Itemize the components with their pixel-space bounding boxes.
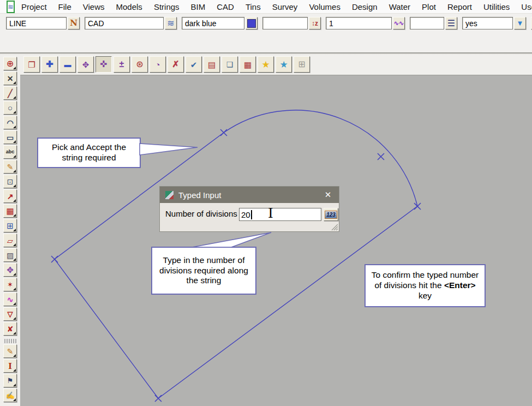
numpad-button[interactable]: 123	[324, 208, 338, 221]
grid-view-button[interactable]: ▦	[240, 56, 256, 73]
move-button[interactable]: ✥	[3, 263, 17, 277]
colour-button[interactable]	[246, 17, 258, 29]
polygon-button[interactable]: ▱	[3, 234, 17, 247]
twelve-d-model-logo-icon: ≋	[7, 1, 15, 13]
zoom-mode-icon: ±	[119, 60, 124, 69]
clean-icon: ✔	[190, 61, 198, 69]
menu-item-water[interactable]: Water	[389, 2, 410, 11]
resize-grip[interactable]	[330, 223, 338, 230]
edit-points-button[interactable]: ✎	[3, 160, 17, 174]
colour-field[interactable]: dark blue	[182, 17, 244, 29]
weight-field[interactable]: 1	[326, 17, 392, 29]
copy-view-button[interactable]: ❏	[222, 56, 238, 73]
star-blue-button[interactable]: ★	[276, 56, 292, 73]
copy-view-icon: ❏	[226, 61, 234, 68]
close-polygon-icon: ▽	[8, 311, 13, 318]
menu-item-tins[interactable]: Tins	[246, 2, 261, 11]
numpad-123-icon: 123	[325, 211, 337, 219]
circle-button[interactable]: ○	[3, 101, 17, 115]
menu-item-user[interactable]: User	[521, 2, 532, 11]
menu-item-utilities[interactable]: Utilities	[483, 2, 510, 11]
interface-button[interactable]: I	[3, 359, 17, 373]
linestyle-button[interactable]: ☰	[445, 17, 457, 29]
model-button[interactable]: ≋	[165, 17, 177, 29]
linestyle-choice-icon: ☰	[447, 19, 455, 28]
drawing-canvas[interactable]	[20, 75, 532, 406]
zoom-shrink-icon: ⊛	[136, 60, 143, 69]
zoom-previous-button[interactable]: ◔	[150, 56, 166, 73]
window-fit-button[interactable]: ⊞	[3, 219, 17, 232]
line-button[interactable]: ╱	[3, 86, 17, 100]
colour-line-icon: ∿	[7, 296, 14, 303]
dropdown-icon: ▼	[517, 20, 524, 27]
menu-item-design[interactable]: Design	[352, 2, 378, 11]
grid-view-icon: ▦	[244, 61, 252, 69]
star-yellow-icon: ★	[261, 60, 270, 69]
callout-type-divisions: Type in the number of divisions required…	[151, 247, 256, 295]
notes-button[interactable]: ✍	[3, 389, 17, 402]
zoom-shrink-button[interactable]: ⊛	[131, 56, 148, 73]
star-yellow-button[interactable]: ★	[258, 56, 274, 73]
tick-button[interactable]: ▼	[514, 17, 526, 29]
menu-item-cad[interactable]: CAD	[217, 2, 234, 11]
height-button[interactable]: ↕z	[309, 17, 321, 29]
string-name-button[interactable]: N	[68, 17, 80, 29]
delete-point-button[interactable]: ✘	[3, 322, 17, 336]
text-button[interactable]: abc	[3, 145, 17, 159]
layout-button[interactable]: ⊞	[294, 56, 310, 73]
grid-icon: ▦	[6, 207, 14, 215]
survey-button[interactable]: ⚑	[3, 374, 17, 387]
model-field[interactable]: CAD	[85, 17, 164, 29]
zoom-mode-button[interactable]: ±	[113, 56, 130, 73]
sidebar-separator	[4, 339, 16, 343]
grid-button[interactable]: ▦	[3, 204, 17, 218]
menu-item-project[interactable]: Project	[21, 2, 47, 11]
measure-button[interactable]: ↗	[3, 189, 17, 203]
zoom-extents-button[interactable]: ✥	[77, 56, 94, 73]
linestyle-field[interactable]	[410, 17, 444, 29]
menu-item-bim[interactable]: BIM	[191, 2, 206, 11]
menu-item-strings[interactable]: Strings	[154, 2, 180, 11]
new-view-button[interactable]: ❐	[23, 56, 40, 73]
menu-item-report[interactable]: Report	[447, 2, 472, 11]
snap-point-button[interactable]: ⊕	[3, 57, 17, 70]
clean-button[interactable]: ✔	[186, 56, 202, 73]
insert-point-button[interactable]: ⊡	[3, 175, 17, 188]
dialog-title-bar[interactable]: Typed Input ✕	[160, 187, 339, 203]
colour-line-button[interactable]: ∿	[3, 292, 17, 306]
zoom-in-button[interactable]: ✚	[41, 56, 58, 73]
delete-point-icon: ✘	[7, 325, 14, 333]
menu-item-file[interactable]: File	[58, 2, 71, 11]
point-x-button[interactable]: ✕	[3, 71, 17, 85]
image-icon: ▨	[7, 252, 14, 259]
edit-string-button[interactable]: ✎	[3, 344, 17, 358]
arc-icon: ◠	[7, 119, 13, 127]
tick-field[interactable]: yes	[462, 17, 513, 29]
weight-button[interactable]: ∿∿	[393, 17, 405, 29]
pan-button[interactable]: ✜	[95, 56, 112, 73]
image-button[interactable]: ▨	[3, 248, 17, 262]
zoom-in-icon: ✚	[46, 60, 53, 69]
star-blue-icon: ★	[279, 60, 288, 69]
menu-item-volumes[interactable]: Volumes	[309, 2, 340, 11]
zoom-out-button[interactable]: ▬	[59, 56, 76, 73]
create-point-button[interactable]: ✶	[3, 278, 17, 291]
height-field[interactable]	[262, 17, 308, 29]
plot-button[interactable]: ▤	[204, 56, 220, 73]
close-polygon-button[interactable]: ▽	[3, 307, 17, 321]
move-icon: ✥	[7, 266, 14, 274]
menu-item-views[interactable]: Views	[83, 2, 105, 11]
menu-items: ProjectFileViewsModelsStringsBIMCADTinsS…	[21, 2, 532, 11]
menu-item-models[interactable]: Models	[116, 2, 142, 11]
redraw-button[interactable]: ✗	[168, 56, 184, 73]
plot-icon: ▤	[208, 61, 216, 69]
string-name-field[interactable]: LINE	[6, 17, 67, 29]
menu-item-plot[interactable]: Plot	[422, 2, 436, 11]
rectangle-button[interactable]: ▭	[3, 130, 17, 144]
divisions-input[interactable]: 20	[239, 208, 321, 221]
menu-item-survey[interactable]: Survey	[272, 2, 298, 11]
typed-input-dialog: Typed Input ✕ Number of divisions 20 123	[159, 186, 339, 232]
arc-button[interactable]: ◠	[3, 116, 17, 129]
colour-swatch	[247, 19, 256, 28]
close-icon[interactable]: ✕	[320, 187, 336, 203]
